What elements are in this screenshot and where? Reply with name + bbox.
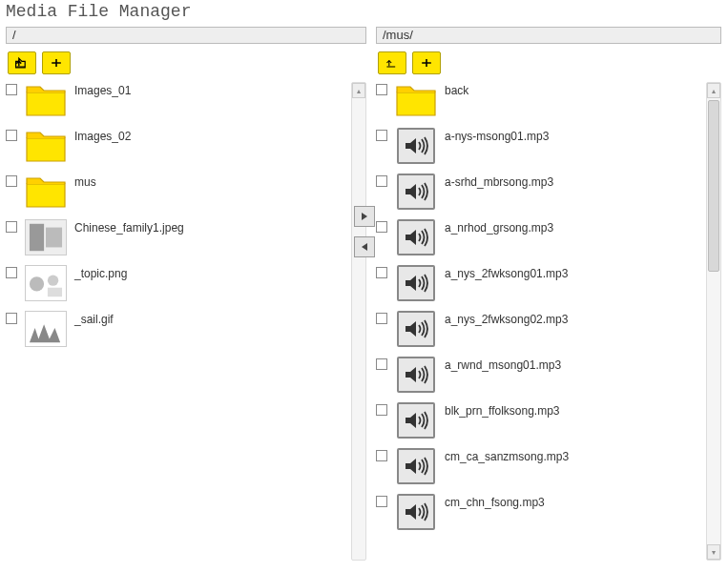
item-label: a_rwnd_msong01.mp3: [445, 357, 561, 372]
list-item[interactable]: cm_ca_sanzmsong.mp3: [376, 448, 700, 484]
item-label: Chinese_family1.jpeg: [74, 219, 184, 235]
folder-icon: [25, 129, 67, 163]
item-checkbox[interactable]: [6, 313, 17, 324]
move-right-button[interactable]: [354, 206, 375, 227]
audio-icon: [397, 174, 435, 210]
right-path-bar[interactable]: /mus/: [376, 27, 721, 44]
item-checkbox[interactable]: [6, 130, 17, 141]
folder-thumb[interactable]: [25, 174, 67, 210]
list-item[interactable]: a_nys_2fwksong01.mp3: [376, 265, 700, 301]
scroll-down-icon[interactable]: ▾: [707, 544, 720, 560]
item-label: cm_ca_sanzmsong.mp3: [445, 448, 569, 463]
audio-thumb[interactable]: [395, 448, 437, 484]
list-item[interactable]: cm_chn_fsong.mp3: [376, 494, 700, 530]
item-checkbox[interactable]: [6, 267, 17, 278]
list-item[interactable]: Chinese_family1.jpeg: [6, 219, 345, 255]
folder-thumb[interactable]: [395, 82, 437, 118]
audio-thumb[interactable]: [395, 265, 437, 301]
up-arrow-icon: [385, 56, 400, 70]
folder-icon: [25, 174, 67, 209]
triangle-right-icon: [360, 212, 369, 221]
list-item[interactable]: Images_02: [6, 128, 345, 164]
new-folder-button[interactable]: [42, 51, 71, 74]
svg-rect-2: [46, 228, 62, 248]
up-folder-button[interactable]: [378, 51, 406, 74]
left-path-bar[interactable]: /: [6, 27, 366, 44]
left-scrollbar[interactable]: ▴: [351, 82, 366, 561]
new-folder-button[interactable]: [412, 51, 441, 74]
svg-point-4: [30, 276, 44, 291]
item-label: Images_02: [74, 128, 131, 143]
item-checkbox[interactable]: [376, 496, 387, 507]
triangle-left-icon: [360, 242, 369, 252]
item-checkbox[interactable]: [376, 175, 387, 187]
list-item[interactable]: blk_prn_ffolksong.mp3: [376, 402, 700, 439]
right-scrollbar[interactable]: ▴ ▾: [706, 82, 721, 561]
audio-thumb[interactable]: [395, 402, 437, 439]
item-label: blk_prn_ffolksong.mp3: [445, 402, 560, 418]
item-label: _topic.png: [74, 265, 127, 280]
audio-thumb[interactable]: [395, 311, 437, 347]
item-checkbox[interactable]: [376, 358, 387, 370]
up-arrow-icon: [14, 56, 30, 70]
svg-rect-6: [48, 288, 62, 296]
audio-icon: [397, 448, 435, 484]
list-item[interactable]: mus: [6, 174, 345, 210]
audio-icon: [397, 265, 435, 301]
page-title: Media File Manager: [0, 0, 728, 27]
audio-thumb[interactable]: [395, 494, 437, 530]
list-item[interactable]: Images_01: [6, 82, 345, 118]
audio-thumb[interactable]: [395, 357, 437, 393]
audio-icon: [397, 311, 435, 347]
item-checkbox[interactable]: [6, 221, 17, 233]
image-thumb[interactable]: [25, 311, 67, 347]
plus-icon: [419, 56, 434, 70]
audio-icon: [397, 128, 435, 164]
item-checkbox[interactable]: [6, 175, 17, 187]
item-label: cm_chn_fsong.mp3: [445, 494, 545, 509]
item-label: Images_01: [74, 82, 131, 97]
item-checkbox[interactable]: [376, 130, 387, 141]
list-item[interactable]: back: [376, 82, 700, 118]
list-item[interactable]: a-srhd_mbrsong.mp3: [376, 174, 700, 210]
list-item[interactable]: a_nrhod_grsong.mp3: [376, 219, 700, 255]
item-checkbox[interactable]: [376, 267, 387, 278]
image-thumbnail: [25, 265, 67, 301]
item-checkbox[interactable]: [376, 84, 387, 95]
item-checkbox[interactable]: [376, 221, 387, 233]
audio-icon: [397, 494, 435, 530]
audio-thumb[interactable]: [395, 219, 437, 255]
folder-icon: [395, 83, 437, 117]
image-thumb[interactable]: [25, 265, 67, 301]
scroll-up-icon[interactable]: ▴: [352, 83, 365, 98]
list-item[interactable]: a_rwnd_msong01.mp3: [376, 357, 700, 393]
audio-icon: [397, 219, 435, 255]
up-folder-button[interactable]: [8, 51, 36, 74]
folder-thumb[interactable]: [25, 128, 67, 164]
item-label: a_nys_2fwksong02.mp3: [445, 311, 568, 326]
transfer-buttons: [354, 206, 375, 257]
item-checkbox[interactable]: [6, 84, 17, 95]
scroll-thumb[interactable]: [708, 100, 719, 272]
image-thumb[interactable]: [25, 219, 67, 255]
item-checkbox[interactable]: [376, 313, 387, 324]
folder-thumb[interactable]: [25, 82, 67, 118]
list-item[interactable]: a_nys_2fwksong02.mp3: [376, 311, 700, 347]
item-label: a-nys-msong01.mp3: [445, 128, 549, 143]
item-label: _sail.gif: [74, 311, 114, 326]
list-item[interactable]: _topic.png: [6, 265, 345, 301]
item-label: a_nrhod_grsong.mp3: [445, 219, 553, 235]
scroll-up-icon[interactable]: ▴: [707, 83, 720, 98]
audio-thumb[interactable]: [395, 174, 437, 210]
move-left-button[interactable]: [354, 236, 375, 257]
right-pane: /mus/ backa-nys-msong01.mp3a-srhd_mbrson…: [376, 27, 721, 561]
audio-thumb[interactable]: [395, 128, 437, 164]
item-checkbox[interactable]: [376, 450, 387, 461]
list-item[interactable]: a-nys-msong01.mp3: [376, 128, 700, 164]
right-file-list: backa-nys-msong01.mp3a-srhd_mbrsong.mp3a…: [376, 82, 704, 561]
item-label: a_nys_2fwksong01.mp3: [445, 265, 568, 280]
item-checkbox[interactable]: [376, 404, 387, 416]
item-label: back: [445, 82, 468, 97]
audio-icon: [397, 357, 435, 393]
list-item[interactable]: _sail.gif: [6, 311, 345, 347]
